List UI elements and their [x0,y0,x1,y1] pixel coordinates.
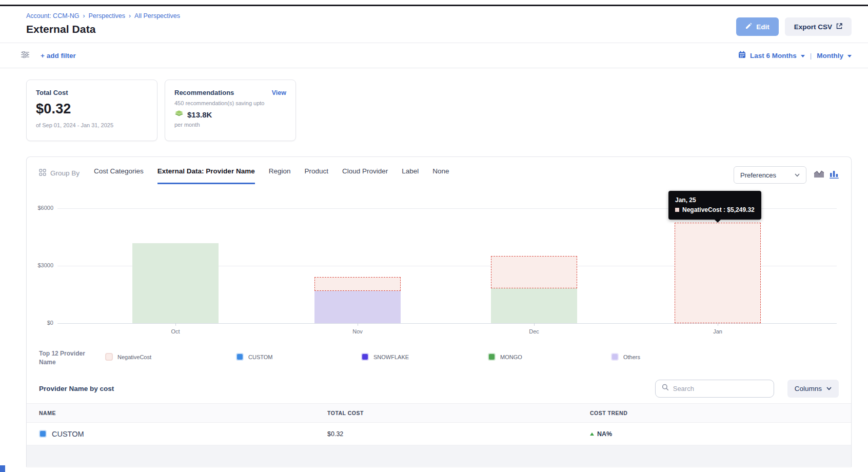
add-filter-button[interactable]: + add filter [41,52,76,60]
tooltip-title: Jan, 25 [675,195,755,205]
x-axis-tick [534,323,535,326]
tooltip-series-value: NegativeCost : $5,249.32 [682,205,755,215]
bar-chart-icon[interactable] [830,170,839,181]
table-row-partial[interactable] [27,445,851,467]
columns-button[interactable]: Columns [787,380,839,398]
calendar-icon [738,51,746,60]
bar-nov-negativecost[interactable] [314,277,401,291]
gridline [57,323,837,324]
tab-cloud-provider[interactable]: Cloud Provider [342,167,388,184]
area-chart-icon[interactable] [814,170,824,180]
column-header-total-cost[interactable]: TOTAL COST [327,410,590,416]
view-recommendations-link[interactable]: View [272,89,286,96]
table-search[interactable] [655,380,774,398]
filter-sliders-icon[interactable] [21,51,29,60]
time-range-dropdown[interactable]: Last 6 Months [750,52,797,60]
tab-product[interactable]: Product [304,167,328,184]
window-margin [0,0,868,5]
x-axis-label: Jan [713,328,722,335]
legend-item-mongo[interactable]: MONGO [488,353,522,361]
breadcrumb-item[interactable]: Perspectives [89,12,126,19]
cost-bar-chart: $6000$3000$0OctNovDecJanJan, 25NegativeC… [27,191,851,348]
group-by-row: Group By Cost CategoriesExternal Data: P… [27,157,851,190]
chart-legend: Top 12 Provider Name NegativeCostCUSTOMS… [27,348,851,372]
legend-item-snowflake[interactable]: SNOWFLAKE [361,353,409,361]
recommendations-description: 450 recommendation(s) saving upto [174,100,286,106]
x-axis-label: Oct [171,328,180,335]
recommendations-title: Recommendations [174,89,234,96]
breadcrumb-item[interactable]: All Perspectives [134,12,180,19]
savings-frequency: per month [174,122,286,128]
legend-swatch [361,353,369,361]
total-cost-card: Total Cost $0.32 of Sep 01, 2024 - Jan 3… [26,80,157,141]
edit-button[interactable]: Edit [736,17,779,36]
legend-item-others[interactable]: Others [611,353,640,361]
bar-oct-mongo[interactable] [132,243,219,323]
legend-item-custom[interactable]: CUSTOM [236,353,272,361]
breadcrumb-item[interactable]: Account: CCM-NG [26,12,80,19]
breadcrumb: Account: CCM-NG›Perspectives›All Perspec… [26,12,852,19]
export-csv-button[interactable]: Export CSV [785,17,852,36]
page-header: Account: CCM-NG›Perspectives›All Perspec… [0,6,868,43]
group-by-label: Group By [50,169,80,177]
chevron-down-icon[interactable] [847,55,852,57]
tab-label[interactable]: Label [402,167,419,184]
bar-nov-snowflake[interactable] [314,291,401,323]
external-link-icon [836,23,842,31]
column-header-cost-trend[interactable]: COST TREND [590,410,851,416]
search-icon [662,384,669,393]
x-axis-tick [718,323,718,326]
table-title: Provider Name by cost [39,385,114,392]
breadcrumb-separator: › [129,12,131,19]
grid-icon [39,169,46,178]
search-input[interactable] [673,385,767,392]
y-axis-label: $3000 [27,262,53,268]
total-cost-period: of Sep 01, 2024 - Jan 31, 2025 [36,122,148,128]
y-axis-label: $0 [27,320,53,326]
granularity-dropdown[interactable]: Monthly [817,52,843,60]
tooltip-series: NegativeCost : $5,249.32 [675,205,755,215]
cell-total-cost: $0.32 [327,430,590,438]
legend-title: Top 12 Provider Name [39,349,96,367]
x-axis-label: Nov [352,328,363,335]
summary-cards-row: Total Cost $0.32 of Sep 01, 2024 - Jan 3… [0,68,868,141]
provider-name: CUSTOM [52,430,84,438]
page-title: External Data [26,23,852,35]
cell-name: CUSTOM [39,430,327,438]
preferences-dropdown[interactable]: Preferences [734,166,806,184]
filter-bar: + add filter Last 6 Months | Monthly [0,43,868,68]
provider-swatch [39,430,47,438]
chevron-down-icon [826,387,832,390]
chevron-down-icon[interactable] [801,55,805,57]
chart-tooltip: Jan, 25NegativeCost : $5,249.32 [668,191,761,220]
header-actions: Edit Export CSV [736,17,852,36]
legend-swatch [611,353,619,361]
legend-swatch [236,353,244,361]
column-header-name[interactable]: NAME [39,410,327,416]
breadcrumb-separator: › [83,12,85,19]
recommendations-card: Recommendations View 450 recommendation(… [165,80,296,141]
x-axis-tick [175,323,176,326]
trend-value: NA% [597,430,612,438]
tab-region[interactable]: Region [269,167,291,184]
nav-edge-accent [0,465,5,472]
tooltip-series-swatch [675,208,679,212]
total-cost-value: $0.32 [36,101,148,117]
cell-cost-trend: NA% [590,430,851,438]
tab-none[interactable]: None [432,167,449,184]
bar-jan-negativecost[interactable] [675,223,761,323]
legend-swatch [488,353,496,361]
x-axis-tick [358,323,358,326]
table-row[interactable]: CUSTOM$0.32NA% [27,423,851,445]
legend-label: CUSTOM [248,354,272,360]
bar-dec-negativecost[interactable] [491,256,577,288]
tab-external-data-provider-name[interactable]: External Data: Provider Name [157,167,255,184]
trend-up-icon [590,432,594,436]
legend-label: Others [623,354,640,360]
money-icon [174,110,184,119]
bar-dec-mongo[interactable] [491,288,577,323]
legend-item-negativecost[interactable]: NegativeCost [105,353,151,361]
legend-label: MONGO [500,354,522,360]
total-cost-title: Total Cost [36,89,148,96]
tab-cost-categories[interactable]: Cost Categories [94,167,144,184]
